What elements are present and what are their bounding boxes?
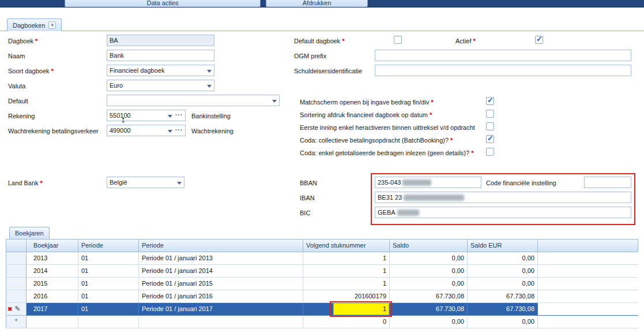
cell-saldo[interactable]: 0,00 [390,265,468,278]
cell-boekjaar[interactable]: 2014 [27,265,78,278]
actief-checkbox[interactable] [535,36,543,44]
column-header-periode[interactable]: Periode [78,240,139,252]
delete-row-icon[interactable]: ✖ [7,303,12,315]
eerste-inning-checkbox[interactable] [486,122,494,130]
cell-boekjaar[interactable]: 2013 [27,252,78,265]
cell-saldo[interactable]: 0,00 [390,316,468,328]
table-row-2014[interactable]: 2014 01 Periode 01 / januari 2014 1 0,00… [6,265,638,278]
cell-saldo[interactable]: 0,00 [390,278,468,290]
dropdown-arrow-icon[interactable] [168,115,172,120]
rekening-label: Rekening [8,111,35,121]
cell-stuknummer-editing[interactable]: 1 [303,303,390,316]
cell-periode[interactable]: 01 [78,290,139,303]
cell-omschrijving[interactable] [139,316,303,328]
row-selector[interactable] [6,278,27,290]
ogm-prefix-field[interactable] [375,50,631,61]
table-row-2013[interactable]: 2013 01 Periode 01 / januari 2013 1 0,00… [6,252,638,265]
table-row-2016[interactable]: 2016 01 Periode 01 / januari 2016 201600… [6,290,638,303]
code-instelling-field[interactable] [584,177,631,188]
cell-filler [538,252,638,265]
tab-dagboeken[interactable]: Dagboeken × [7,18,62,31]
bban-field[interactable]: 235-043 [375,177,481,188]
dropdown-arrow-icon[interactable] [207,85,212,90]
cell-periode[interactable]: 01 [78,252,139,265]
ellipsis-button[interactable]: ··· [175,110,183,120]
ellipsis-button[interactable]: ··· [175,125,183,135]
edit-row-icon[interactable]: ✎ [14,303,20,315]
tab-close-icon[interactable]: × [48,21,56,29]
cell-saldo-eur[interactable]: 67.730,08 [468,303,538,316]
default-select[interactable] [107,95,280,106]
wachtrekening-select[interactable]: 499000··· [107,125,186,136]
coda-batchbooking-checkbox[interactable] [486,135,494,143]
cell-omschrijving[interactable]: Periode 01 / januari 2017 [139,303,303,316]
table-row-2017-selected[interactable]: ✖ ✎ 2017 01 Periode 01 / januari 2017 1 … [6,303,638,316]
cell-saldo-eur[interactable]: 67.730,08 [468,290,538,303]
column-header-saldo[interactable]: Saldo [390,240,468,252]
cell-saldo[interactable]: 67.730,08 [390,290,468,303]
cell-saldo-eur[interactable]: 0,00 [468,278,538,290]
tab-boekjaren[interactable]: Boekjaren [9,227,50,239]
column-header-volgend-stuknummer[interactable]: Volgend stuknummer [303,240,390,252]
cell-boekjaar[interactable]: 2015 [27,278,78,290]
cell-periode[interactable] [78,316,139,328]
table-row-new[interactable]: * 0 0,00 0,00 [6,316,638,328]
rekening-select[interactable]: 550100··· [107,110,186,121]
cell-stuknummer[interactable]: 201600179 [303,290,390,303]
bic-label: BIC [300,208,310,218]
schuldeisersidentificatie-field[interactable] [375,65,631,76]
cell-boekjaar[interactable] [27,316,78,328]
row-selector[interactable] [6,265,27,278]
required-marker: * [35,38,37,44]
dropdown-arrow-icon[interactable] [177,182,182,187]
column-header-saldo-eur[interactable]: Saldo EUR [468,240,538,252]
data-acties-button[interactable]: Data acties [65,0,261,8]
cell-boekjaar[interactable]: 2017 [27,303,78,316]
matchscherm-checkbox[interactable] [486,97,494,105]
cell-saldo-eur[interactable]: 0,00 [468,316,538,328]
default-dagboek-checkbox[interactable] [394,36,402,44]
stuknummer-editor[interactable]: 1 [333,303,389,315]
dropdown-arrow-icon[interactable] [272,100,277,105]
iban-field[interactable]: BE31 23 [375,192,631,203]
cell-saldo-eur[interactable]: 0,00 [468,252,538,265]
dropdown-arrow-icon[interactable] [207,70,212,75]
cell-stuknummer[interactable]: 1 [303,278,390,290]
row-selector[interactable] [6,290,27,303]
cell-omschrijving[interactable]: Periode 01 / januari 2015 [139,278,303,290]
column-header-boekjaar[interactable]: Boekjaar [27,240,78,252]
valuta-select[interactable]: Euro [107,80,214,91]
cell-boekjaar[interactable]: 2016 [27,290,78,303]
cell-periode[interactable]: 01 [78,265,139,278]
new-row-selector[interactable]: * [6,316,27,328]
afdrukken-button[interactable]: Afdrukken [266,0,368,8]
tab-boekjaren-label: Boekjaren [15,230,44,237]
cell-saldo[interactable]: 0,00 [390,252,468,265]
table-row-2015[interactable]: 2015 01 Periode 01 / januari 2015 1 0,00… [6,278,638,290]
cell-omschrijving[interactable]: Periode 01 / januari 2014 [139,265,303,278]
cell-stuknummer[interactable]: 0 [303,316,390,328]
redacted-text [402,179,431,186]
column-header-periode-omschrijving[interactable]: Periode [139,240,303,252]
row-selector[interactable] [6,252,27,265]
cell-stuknummer[interactable]: 1 [303,265,390,278]
sortering-afdruk-checkbox[interactable] [486,110,494,118]
ogm-prefix-label: OGM prefix [294,51,326,61]
soort-dagboek-select[interactable]: Financieel dagboek [107,65,214,76]
redacted-text [397,209,419,216]
coda-getotaliseerd-checkbox[interactable] [486,148,494,156]
cell-saldo[interactable]: 67.730,08 [390,303,468,316]
cell-stuknummer[interactable]: 1 [303,252,390,265]
cell-periode[interactable]: 01 [78,303,139,316]
cell-omschrijving[interactable]: Periode 01 / januari 2016 [139,290,303,303]
bic-field[interactable]: GEBA [375,207,631,218]
cell-saldo-eur[interactable]: 0,00 [468,265,538,278]
soort-dagboek-label: Soort dagboek* [8,66,54,76]
dropdown-arrow-icon[interactable] [168,130,172,135]
required-marker: * [430,111,432,118]
row-selector[interactable]: ✖ ✎ [6,303,27,316]
land-bank-select[interactable]: België [107,177,184,188]
cell-periode[interactable]: 01 [78,278,139,290]
cell-omschrijving[interactable]: Periode 01 / januari 2013 [139,252,303,265]
naam-field[interactable]: Bank [107,50,214,61]
